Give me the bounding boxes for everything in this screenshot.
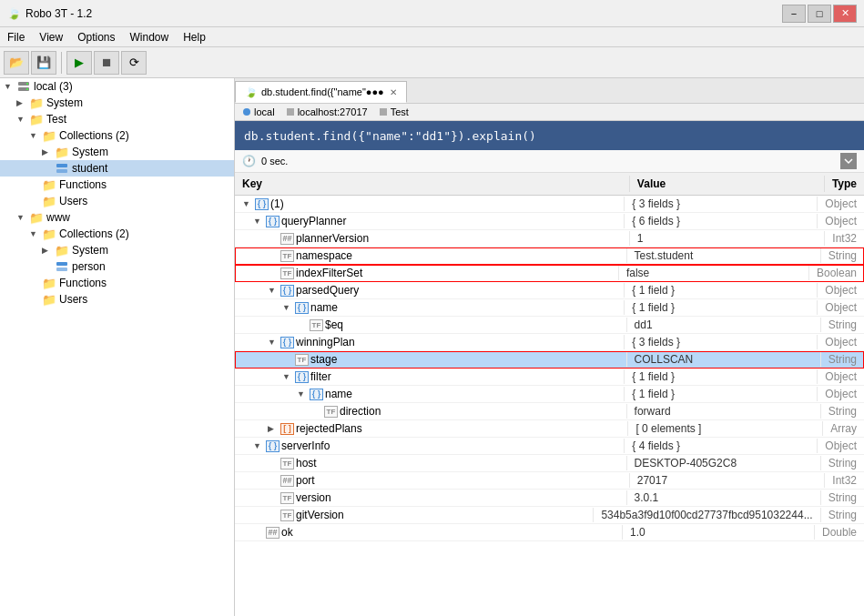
row-value: { 4 fields }: [625, 439, 818, 453]
sidebar-label-www-functions: Functions: [59, 277, 107, 289]
header-value: Value: [630, 176, 825, 192]
table-row: ▶ [ ] rejectedPlans [ 0 elements ] Array: [235, 420, 864, 438]
row-expand-arrow[interactable]: ▼: [297, 389, 308, 399]
row-key: serverInfo: [281, 439, 330, 452]
svg-point-3: [26, 88, 28, 90]
app-icon: 🍃: [7, 7, 21, 20]
str-icon: TF: [310, 319, 323, 331]
row-key: name: [310, 301, 338, 314]
sidebar-item-test-collections[interactable]: ▼ 📁 Collections (2): [0, 127, 234, 144]
toolbar-sep1: [61, 52, 62, 74]
row-value: forward: [627, 404, 821, 419]
conn-local: local: [242, 106, 275, 117]
sidebar-item-person[interactable]: person: [0, 258, 234, 275]
minimize-button[interactable]: −: [782, 5, 806, 23]
menu-view[interactable]: View: [32, 29, 70, 45]
row-key: $eq: [325, 318, 343, 331]
row-type: Object: [818, 214, 864, 228]
row-key-cell: ▼ { } parsedQuery: [235, 283, 625, 298]
app-title: Robo 3T - 1.2: [25, 7, 782, 20]
row-expand-arrow[interactable]: ▼: [282, 303, 293, 312]
tab-close-button[interactable]: ✕: [390, 87, 397, 97]
close-button[interactable]: ✕: [833, 5, 857, 23]
sidebar-item-www-users[interactable]: 📁 Users: [0, 291, 234, 308]
header-key: Key: [235, 176, 630, 192]
sidebar-item-local[interactable]: ▼ local (3): [0, 78, 234, 95]
sidebar-item-www[interactable]: ▼ 📁 www: [0, 209, 234, 226]
table-row: ▼ { } filter { 1 field } Object: [235, 369, 864, 386]
row-expand-arrow[interactable]: ▼: [242, 199, 253, 208]
str-icon: TF: [280, 492, 294, 504]
row-expand-arrow[interactable]: ▶: [268, 424, 279, 433]
table-row: TF stage COLLSCAN String: [235, 351, 864, 369]
sidebar-item-local-system[interactable]: ▶ 📁 System: [0, 95, 234, 111]
expand-button[interactable]: [840, 153, 857, 169]
svg-rect-6: [56, 262, 67, 266]
row-expand-arrow[interactable]: ▼: [268, 338, 279, 347]
sidebar-item-www-collections[interactable]: ▼ 📁 Collections (2): [0, 226, 234, 242]
sidebar-item-test-users[interactable]: 📁 Users: [0, 193, 234, 209]
sidebar-item-www-coll-system[interactable]: ▶ 📁 System: [0, 242, 234, 258]
row-key: version: [296, 491, 331, 504]
row-key-cell: TF gitVersion: [235, 508, 594, 522]
row-value: dd1: [627, 318, 821, 332]
open-button[interactable]: 📂: [4, 51, 29, 75]
row-key: direction: [340, 405, 381, 418]
row-key: winningPlan: [296, 336, 355, 348]
table-row: TF direction forward String: [235, 403, 864, 420]
doc-icon: { }: [266, 440, 280, 452]
row-value: { 1 field }: [625, 300, 818, 315]
conn-test-icon: [379, 107, 388, 116]
svg-rect-5: [56, 169, 67, 173]
row-key: ok: [281, 526, 293, 539]
query-editor[interactable]: db.student.find({"name":"dd1"}).explain(…: [235, 121, 864, 150]
maximize-button[interactable]: □: [808, 5, 831, 23]
query-tab[interactable]: 🍃 db.student.find({"name"●●● ✕: [235, 81, 407, 103]
table-row: ▼ { } winningPlan { 3 fields } Object: [235, 334, 864, 351]
row-type: Object: [818, 283, 864, 298]
row-type: String: [821, 490, 864, 505]
sidebar-item-test[interactable]: ▼ 📁 Test: [0, 111, 234, 127]
sidebar-label-test-collections: Collections (2): [59, 129, 129, 142]
refresh-button[interactable]: ⟳: [121, 51, 147, 75]
clock-icon: 🕐: [242, 155, 256, 167]
row-expand-arrow[interactable]: ▼: [253, 217, 264, 226]
str-icon: TF: [324, 406, 338, 418]
save-button[interactable]: 💾: [31, 51, 56, 75]
row-key-cell: ## ok: [235, 525, 623, 540]
conn-db-icon: [286, 107, 295, 116]
table-row: ## ok 1.0 Double: [235, 524, 864, 541]
menu-help[interactable]: Help: [176, 29, 213, 45]
collection-icon-student: [55, 162, 69, 175]
arrow-test-coll-system: ▶: [42, 147, 55, 157]
doc-icon: { }: [280, 285, 294, 297]
arrow-test: ▼: [16, 115, 29, 124]
menu-file[interactable]: File: [0, 29, 32, 45]
row-key-cell: ▶ [ ] rejectedPlans: [235, 421, 628, 436]
menu-window[interactable]: Window: [123, 29, 177, 45]
menu-options[interactable]: Options: [70, 29, 122, 45]
row-key: gitVersion: [296, 509, 344, 521]
row-expand-arrow[interactable]: ▼: [268, 286, 279, 295]
row-type: String: [821, 456, 864, 470]
sidebar-item-student[interactable]: student: [0, 160, 234, 177]
svg-point-2: [26, 83, 28, 85]
sidebar-item-test-coll-system[interactable]: ▶ 📁 System: [0, 144, 234, 160]
sidebar-item-www-functions[interactable]: 📁 Functions: [0, 275, 234, 291]
stop-button[interactable]: ⏹: [94, 51, 119, 75]
row-key-cell: ▼ { } name: [235, 300, 625, 315]
row-value: { 1 field }: [625, 283, 818, 298]
arrow-local: ▼: [4, 82, 16, 91]
folder-icon-www: 📁: [29, 211, 44, 224]
row-value: 27017: [630, 473, 826, 488]
row-key-cell: ▼ { } queryPlanner: [235, 214, 625, 228]
sidebar-item-test-functions[interactable]: 📁 Functions: [0, 177, 234, 193]
folder-icon-test: 📁: [29, 113, 44, 126]
run-button[interactable]: ▶: [66, 51, 92, 75]
row-value: 1.0: [623, 525, 815, 540]
table-row: ## port 27017 Int32: [235, 472, 864, 490]
row-expand-arrow[interactable]: ▼: [282, 372, 293, 381]
row-expand-arrow[interactable]: ▼: [253, 441, 264, 450]
row-type: String: [821, 318, 864, 332]
row-key: filter: [310, 370, 331, 383]
